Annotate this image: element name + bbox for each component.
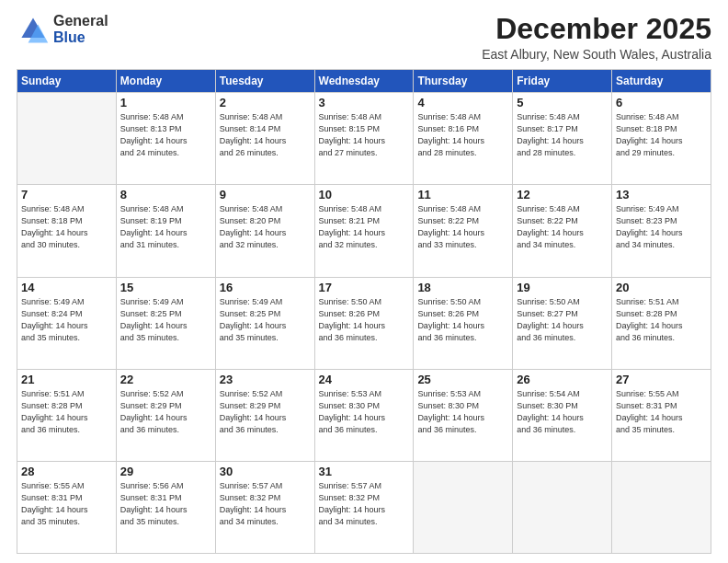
header: General Blue December 2025 East Albury, … [17,13,711,62]
day-number: 31 [319,465,410,478]
cell-text: Sunrise: 5:52 AMSunset: 8:29 PMDaylight:… [220,388,311,436]
day-number: 5 [517,96,608,109]
day-number: 3 [319,96,410,109]
calendar-header-thursday: Thursday [414,70,513,93]
calendar-week-row: 1Sunrise: 5:48 AMSunset: 8:13 PMDaylight… [17,93,711,185]
calendar-cell [513,461,612,553]
cell-text: Sunrise: 5:50 AMSunset: 8:26 PMDaylight:… [319,296,410,344]
day-number: 20 [616,281,707,294]
cell-text: Sunrise: 5:48 AMSunset: 8:14 PMDaylight:… [220,111,311,159]
calendar-header-row: SundayMondayTuesdayWednesdayThursdayFrid… [17,70,711,93]
day-number: 1 [120,96,211,109]
cell-text: Sunrise: 5:57 AMSunset: 8:32 PMDaylight:… [319,480,410,528]
cell-text: Sunrise: 5:53 AMSunset: 8:30 PMDaylight:… [417,388,508,436]
calendar-table: SundayMondayTuesdayWednesdayThursdayFrid… [17,69,711,554]
day-number: 30 [220,465,311,478]
calendar-header-wednesday: Wednesday [314,70,414,93]
calendar-cell [17,93,117,185]
cell-text: Sunrise: 5:49 AMSunset: 8:24 PMDaylight:… [21,296,112,344]
calendar-week-row: 28Sunrise: 5:55 AMSunset: 8:31 PMDayligh… [17,461,711,553]
cell-text: Sunrise: 5:54 AMSunset: 8:30 PMDaylight:… [517,388,608,436]
calendar-cell: 27Sunrise: 5:55 AMSunset: 8:31 PMDayligh… [612,369,711,461]
calendar-cell: 21Sunrise: 5:51 AMSunset: 8:28 PMDayligh… [17,369,117,461]
day-number: 17 [319,281,410,294]
calendar-cell: 29Sunrise: 5:56 AMSunset: 8:31 PMDayligh… [116,461,215,553]
calendar-cell: 1Sunrise: 5:48 AMSunset: 8:13 PMDaylight… [116,93,215,185]
cell-text: Sunrise: 5:51 AMSunset: 8:28 PMDaylight:… [616,296,707,344]
calendar-cell: 30Sunrise: 5:57 AMSunset: 8:32 PMDayligh… [215,461,314,553]
calendar-header-monday: Monday [116,70,215,93]
cell-text: Sunrise: 5:48 AMSunset: 8:21 PMDaylight:… [319,203,410,251]
calendar-cell: 15Sunrise: 5:49 AMSunset: 8:25 PMDayligh… [116,277,215,369]
logo-icon [17,13,50,46]
cell-text: Sunrise: 5:48 AMSunset: 8:17 PMDaylight:… [517,111,608,159]
cell-text: Sunrise: 5:49 AMSunset: 8:25 PMDaylight:… [220,296,311,344]
day-number: 9 [220,188,311,201]
cell-text: Sunrise: 5:52 AMSunset: 8:29 PMDaylight:… [120,388,211,436]
day-number: 19 [517,281,608,294]
calendar-cell: 23Sunrise: 5:52 AMSunset: 8:29 PMDayligh… [215,369,314,461]
day-number: 13 [616,188,707,201]
day-number: 25 [417,373,508,386]
calendar-header-saturday: Saturday [612,70,711,93]
calendar-cell: 24Sunrise: 5:53 AMSunset: 8:30 PMDayligh… [314,369,414,461]
calendar-cell: 25Sunrise: 5:53 AMSunset: 8:30 PMDayligh… [414,369,513,461]
day-number: 24 [319,373,410,386]
cell-text: Sunrise: 5:48 AMSunset: 8:13 PMDaylight:… [120,111,211,159]
calendar-cell: 3Sunrise: 5:48 AMSunset: 8:15 PMDaylight… [314,93,414,185]
calendar-cell: 12Sunrise: 5:48 AMSunset: 8:22 PMDayligh… [513,185,612,277]
cell-text: Sunrise: 5:55 AMSunset: 8:31 PMDaylight:… [616,388,707,436]
calendar-cell: 26Sunrise: 5:54 AMSunset: 8:30 PMDayligh… [513,369,612,461]
page: General Blue December 2025 East Albury, … [0,0,728,563]
calendar-header-friday: Friday [513,70,612,93]
day-number: 29 [120,465,211,478]
day-number: 14 [21,281,112,294]
calendar-cell: 22Sunrise: 5:52 AMSunset: 8:29 PMDayligh… [116,369,215,461]
day-number: 23 [220,373,311,386]
calendar-cell: 9Sunrise: 5:48 AMSunset: 8:20 PMDaylight… [215,185,314,277]
day-number: 18 [417,281,508,294]
cell-text: Sunrise: 5:48 AMSunset: 8:16 PMDaylight:… [417,111,508,159]
calendar-cell [414,461,513,553]
calendar-cell: 13Sunrise: 5:49 AMSunset: 8:23 PMDayligh… [612,185,711,277]
cell-text: Sunrise: 5:48 AMSunset: 8:22 PMDaylight:… [517,203,608,251]
calendar-cell: 2Sunrise: 5:48 AMSunset: 8:14 PMDaylight… [215,93,314,185]
cell-text: Sunrise: 5:50 AMSunset: 8:26 PMDaylight:… [417,296,508,344]
calendar-cell: 8Sunrise: 5:48 AMSunset: 8:19 PMDaylight… [116,185,215,277]
day-number: 10 [319,188,410,201]
calendar-cell: 18Sunrise: 5:50 AMSunset: 8:26 PMDayligh… [414,277,513,369]
day-number: 27 [616,373,707,386]
calendar-cell: 5Sunrise: 5:48 AMSunset: 8:17 PMDaylight… [513,93,612,185]
day-number: 6 [616,96,707,109]
day-number: 4 [417,96,508,109]
calendar-cell: 19Sunrise: 5:50 AMSunset: 8:27 PMDayligh… [513,277,612,369]
logo: General Blue [17,13,108,46]
cell-text: Sunrise: 5:49 AMSunset: 8:23 PMDaylight:… [616,203,707,251]
cell-text: Sunrise: 5:51 AMSunset: 8:28 PMDaylight:… [21,388,112,436]
day-number: 8 [120,188,211,201]
cell-text: Sunrise: 5:48 AMSunset: 8:19 PMDaylight:… [120,203,211,251]
day-number: 15 [120,281,211,294]
cell-text: Sunrise: 5:48 AMSunset: 8:18 PMDaylight:… [616,111,707,159]
location: East Albury, New South Wales, Australia [482,47,711,62]
day-number: 2 [220,96,311,109]
calendar-cell: 6Sunrise: 5:48 AMSunset: 8:18 PMDaylight… [612,93,711,185]
cell-text: Sunrise: 5:56 AMSunset: 8:31 PMDaylight:… [120,480,211,528]
calendar-cell: 10Sunrise: 5:48 AMSunset: 8:21 PMDayligh… [314,185,414,277]
calendar-week-row: 14Sunrise: 5:49 AMSunset: 8:24 PMDayligh… [17,277,711,369]
title-block: December 2025 East Albury, New South Wal… [482,13,711,62]
day-number: 26 [517,373,608,386]
calendar-cell: 16Sunrise: 5:49 AMSunset: 8:25 PMDayligh… [215,277,314,369]
calendar-cell: 11Sunrise: 5:48 AMSunset: 8:22 PMDayligh… [414,185,513,277]
day-number: 7 [21,188,112,201]
month-title: December 2025 [482,13,711,45]
cell-text: Sunrise: 5:57 AMSunset: 8:32 PMDaylight:… [220,480,311,528]
day-number: 11 [417,188,508,201]
calendar-cell: 17Sunrise: 5:50 AMSunset: 8:26 PMDayligh… [314,277,414,369]
cell-text: Sunrise: 5:55 AMSunset: 8:31 PMDaylight:… [21,480,112,528]
calendar-cell: 31Sunrise: 5:57 AMSunset: 8:32 PMDayligh… [314,461,414,553]
day-number: 22 [120,373,211,386]
calendar-cell: 20Sunrise: 5:51 AMSunset: 8:28 PMDayligh… [612,277,711,369]
calendar-cell: 14Sunrise: 5:49 AMSunset: 8:24 PMDayligh… [17,277,117,369]
cell-text: Sunrise: 5:48 AMSunset: 8:15 PMDaylight:… [319,111,410,159]
